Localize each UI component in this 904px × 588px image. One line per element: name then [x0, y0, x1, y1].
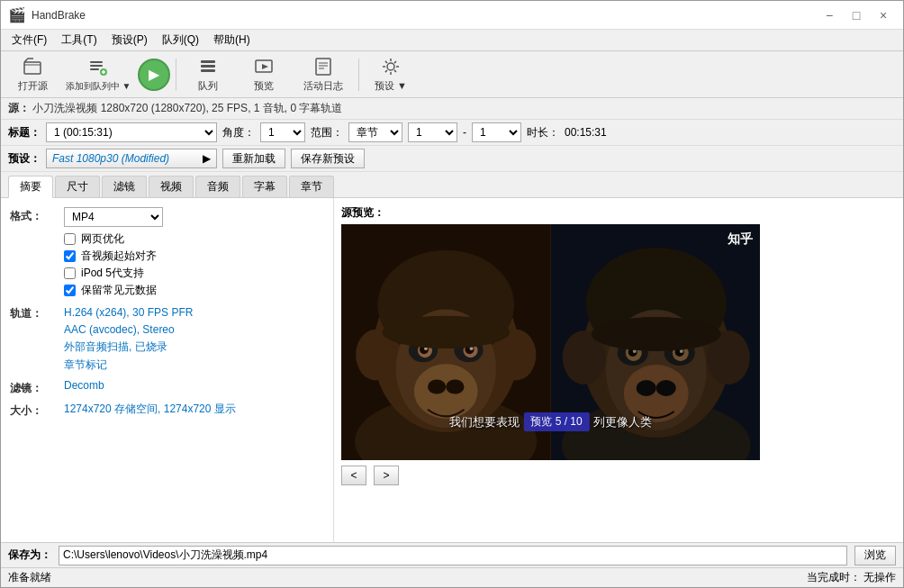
maximize-button[interactable]: □: [844, 5, 869, 26]
align-av-checkbox[interactable]: [64, 250, 76, 262]
subtitle-right: 列更像人类: [593, 414, 652, 430]
range-start-select[interactable]: 1: [408, 122, 457, 142]
filters-label: 滤镜：: [10, 379, 64, 396]
range-dash: -: [463, 126, 466, 139]
tab-summary[interactable]: 摘要: [8, 176, 53, 198]
save-as-label: 保存为：: [8, 547, 51, 563]
range-label: 范围：: [311, 125, 343, 140]
main-window: 🎬 HandBrake − □ × 文件(F) 工具(T) 预设(P) 队列(Q…: [0, 0, 904, 588]
svg-rect-7: [201, 69, 215, 72]
angle-label: 角度：: [222, 125, 255, 140]
format-area: MP4 网页优化 音视频起始对齐 iPod 5代支持: [64, 207, 324, 299]
ipod-row: iPod 5代支持: [64, 265, 324, 282]
save-as-bar: 保存为： 浏览: [1, 542, 903, 567]
start-encode-button[interactable]: ▶: [138, 59, 170, 91]
preset-settings-button[interactable]: 预设 ▼: [365, 54, 417, 95]
svg-point-20: [414, 364, 478, 419]
add-to-queue-button[interactable]: 添加到队列中 ▼: [62, 54, 134, 95]
add-queue-icon: [87, 57, 109, 78]
title-select[interactable]: 1 (00:15:31): [46, 122, 217, 142]
preview-nav: < >: [341, 466, 399, 485]
size-label: 大小：: [10, 402, 64, 419]
filters-value: Decomb: [64, 379, 324, 396]
source-label: 源：: [8, 102, 30, 114]
svg-rect-10: [316, 59, 330, 75]
svg-point-22: [446, 379, 464, 394]
duration-label: 时长：: [527, 125, 559, 140]
menu-presets[interactable]: 预设(P): [104, 31, 155, 50]
titlebar-title: HandBrake: [32, 9, 86, 22]
track-chapters: 章节标记: [64, 357, 324, 374]
reload-preset-button[interactable]: 重新加载: [222, 149, 285, 168]
angle-select[interactable]: 1: [260, 122, 305, 142]
tab-dimensions[interactable]: 尺寸: [55, 176, 100, 197]
preview-prev-button[interactable]: <: [341, 466, 366, 485]
source-value: 小刀洗澡视频 1280x720 (1280x720), 25 FPS, 1 音轨…: [32, 102, 342, 114]
status-bar: 准备就绪 当完成时： 无操作: [1, 567, 903, 587]
svg-rect-0: [24, 62, 41, 74]
save-path-input[interactable]: [59, 546, 847, 565]
range-type-select[interactable]: 章节: [348, 122, 402, 142]
ipod-checkbox[interactable]: [64, 267, 76, 279]
svg-rect-5: [201, 60, 215, 63]
zhihu-badge: 知乎: [728, 231, 753, 248]
tab-audio[interactable]: 音频: [195, 176, 240, 197]
status-text: 准备就绪: [8, 570, 51, 585]
preview-label: 源预览：: [341, 205, 384, 221]
tab-video[interactable]: 视频: [149, 176, 194, 197]
metadata-checkbox[interactable]: [64, 285, 76, 296]
preset-selector[interactable]: Fast 1080p30 (Modified) ▶: [46, 149, 217, 168]
range-end-select[interactable]: 1: [472, 122, 521, 142]
queue-button[interactable]: 队列: [182, 54, 234, 95]
svg-point-52: [591, 317, 720, 351]
svg-point-33: [382, 316, 510, 348]
menu-help[interactable]: 帮助(H): [206, 31, 258, 50]
metadata-row: 保留常见元数据: [64, 282, 324, 299]
menu-queue[interactable]: 队列(Q): [155, 31, 206, 50]
info-grid: 格式： MP4 网页优化 音视频起始对齐: [10, 207, 324, 419]
preview-button[interactable]: 预览: [238, 54, 290, 95]
svg-point-21: [428, 379, 446, 394]
save-preset-button[interactable]: 保存新预设: [291, 149, 365, 168]
toolbar-separator-1: [176, 59, 176, 91]
size-value: 1274x720 存储空间, 1274x720 显示: [64, 402, 324, 419]
preview-next-button[interactable]: >: [374, 466, 399, 485]
preview-badge: 预览 5 / 10: [523, 412, 589, 431]
menu-file[interactable]: 文件(F): [5, 31, 54, 50]
preset-label: 预设：: [8, 151, 41, 167]
svg-rect-6: [201, 65, 215, 68]
titlebar: 🎬 HandBrake − □ ×: [1, 1, 903, 30]
main-content: 格式： MP4 网页优化 音视频起始对齐: [1, 198, 903, 542]
svg-point-41: [655, 380, 675, 396]
web-optimize-row: 网页优化: [64, 231, 324, 248]
menubar: 文件(F) 工具(T) 预设(P) 队列(Q) 帮助(H): [1, 30, 903, 51]
tracks-info: H.264 (x264), 30 FPS PFR AAC (avcodec), …: [64, 304, 324, 374]
menu-tools[interactable]: 工具(T): [54, 31, 104, 50]
minimize-button[interactable]: −: [817, 5, 842, 26]
source-bar: 源： 小刀洗澡视频 1280x720 (1280x720), 25 FPS, 1…: [1, 98, 903, 120]
format-label: 格式：: [10, 207, 64, 299]
tab-chapters[interactable]: 章节: [289, 176, 334, 197]
web-optimize-checkbox[interactable]: [64, 233, 76, 245]
format-select[interactable]: MP4: [64, 207, 163, 227]
open-icon: [22, 56, 43, 77]
preset-row: 预设： Fast 1080p30 (Modified) ▶ 重新加载 保存新预设: [1, 146, 903, 172]
app-icon: 🎬: [8, 6, 26, 23]
close-button[interactable]: ×: [871, 5, 896, 26]
toolbar-separator-2: [358, 59, 359, 91]
tab-subtitles[interactable]: 字幕: [242, 176, 287, 197]
tracks-label: 轨道：: [10, 304, 64, 374]
subtitle-overlay: 我们想要表现 预览 5 / 10 列更像人类: [449, 412, 651, 431]
tab-filters[interactable]: 滤镜: [102, 176, 147, 197]
completion-value: 无操作: [863, 571, 896, 583]
preset-name: Fast 1080p30 (Modified): [52, 152, 169, 165]
preview-icon: [253, 56, 275, 77]
preset-icon: [380, 56, 402, 77]
title-row: 标题： 1 (00:15:31) 角度： 1 范围： 章节 1 - 1 时长： …: [1, 120, 903, 146]
activity-log-button[interactable]: 活动日志: [294, 54, 353, 95]
browse-button[interactable]: 浏览: [854, 546, 896, 565]
tabs-bar: 摘要 尺寸 滤镜 视频 音频 字幕 章节: [1, 172, 903, 198]
metadata-label: 保留常见元数据: [81, 283, 157, 298]
status-right: 当完成时： 无操作: [807, 570, 896, 585]
open-source-button[interactable]: 打开源: [6, 54, 59, 95]
